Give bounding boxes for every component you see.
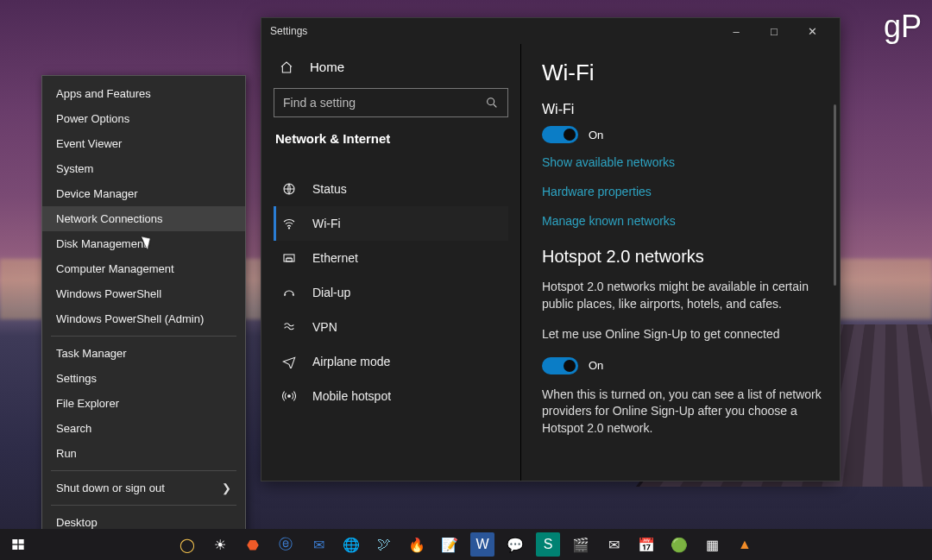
winx-item-label: Desktop xyxy=(56,516,98,529)
taskbar-burn-icon[interactable]: 🔥 xyxy=(405,532,429,557)
search-icon xyxy=(485,96,499,112)
winx-item-power-options[interactable]: Power Options xyxy=(42,106,245,131)
taskbar-dove-icon[interactable]: 🕊 xyxy=(372,532,396,557)
link-hardware-properties[interactable]: Hardware properties xyxy=(542,185,822,198)
winx-item-settings[interactable]: Settings xyxy=(42,366,245,391)
winx-item-label: Windows PowerShell (Admin) xyxy=(56,312,204,325)
dialup-icon xyxy=(281,286,297,299)
winx-item-computer-management[interactable]: Computer Management xyxy=(42,256,245,281)
settings-window: Settings – □ ✕ Home Find a setting xyxy=(261,17,841,481)
link-manage-networks[interactable]: Manage known networks xyxy=(542,214,822,228)
taskbar-sway-icon[interactable]: S xyxy=(536,532,560,557)
nav-home-label: Home xyxy=(310,60,344,74)
nav-item-vpn[interactable]: VPN xyxy=(274,310,508,344)
winx-item-apps-and-features[interactable]: Apps and Features xyxy=(42,81,245,106)
svg-rect-6 xyxy=(12,539,17,544)
svg-rect-7 xyxy=(19,539,24,544)
nav-item-dialup[interactable]: Dial-up xyxy=(274,275,508,310)
window-title: Settings xyxy=(270,25,717,37)
nav-item-home[interactable]: Home xyxy=(274,54,508,88)
settings-content: Wi-Fi Wi-Fi On Show available networks H… xyxy=(520,44,840,481)
taskbar-firefox-icon[interactable]: 🌐 xyxy=(339,532,363,557)
titlebar: Settings – □ ✕ xyxy=(261,18,840,44)
winx-item-label: Windows PowerShell xyxy=(56,287,161,300)
winx-item-file-explorer[interactable]: File Explorer xyxy=(42,391,245,416)
nav-item-ethernet[interactable]: Ethernet xyxy=(274,241,508,275)
link-show-available[interactable]: Show available networks xyxy=(542,155,822,169)
taskbar-sun-icon[interactable]: ☀ xyxy=(208,532,232,557)
signup-toggle[interactable] xyxy=(542,357,578,374)
winx-item-label: Disk Management xyxy=(56,237,147,250)
taskbar-calculator-icon[interactable]: ▦ xyxy=(700,532,724,557)
minimize-button[interactable]: – xyxy=(717,18,755,44)
winx-item-network-connections[interactable]: Network Connections xyxy=(42,206,245,231)
taskbar-mail-icon[interactable]: ✉ xyxy=(601,532,626,557)
watermark: gP xyxy=(884,9,922,45)
taskbar-vlc-icon[interactable]: ▲ xyxy=(733,532,757,557)
winx-item-label: System xyxy=(56,162,93,175)
nav-item-label: Mobile hotspot xyxy=(312,389,391,403)
search-placeholder: Find a setting xyxy=(283,96,356,110)
taskbar-word-icon[interactable]: W xyxy=(470,532,494,557)
nav-item-label: Ethernet xyxy=(312,251,358,265)
winx-item-label: File Explorer xyxy=(56,397,119,410)
svg-rect-4 xyxy=(287,259,293,261)
signup-label: Let me use Online Sign-Up to get connect… xyxy=(542,326,822,343)
nav-item-hotspot[interactable]: Mobile hotspot xyxy=(274,379,508,413)
winx-item-disk-management[interactable]: Disk Management xyxy=(42,231,245,256)
svg-rect-8 xyxy=(12,545,17,550)
winx-item-label: Run xyxy=(56,447,77,460)
taskbar-icons: ◯☀⬣ⓔ✉🌐🕊🔥📝W💬S🎬✉📅🟢▦▲ xyxy=(175,529,757,560)
taskbar-videos-icon[interactable]: 🎬 xyxy=(569,532,593,557)
winx-item-label: Power Options xyxy=(56,112,129,125)
hotspot-desc: Hotspot 2.0 networks might be available … xyxy=(542,279,822,312)
signup-desc: When this is turned on, you can see a li… xyxy=(542,387,822,437)
winx-item-run[interactable]: Run xyxy=(42,441,245,466)
winx-item-event-viewer[interactable]: Event Viewer xyxy=(42,131,245,156)
winx-item-label: Event Viewer xyxy=(56,137,122,150)
taskbar-frog-icon[interactable]: 🟢 xyxy=(667,532,691,557)
wifi-icon xyxy=(281,217,297,230)
maximize-button[interactable]: □ xyxy=(755,18,793,44)
winx-item-shut-down-or-sign-out[interactable]: Shut down or sign out❯ xyxy=(42,475,245,500)
close-button[interactable]: ✕ xyxy=(793,18,831,44)
nav-item-label: Airplane mode xyxy=(312,355,390,368)
taskbar-chrome-icon[interactable]: ◯ xyxy=(175,532,199,557)
winx-item-system[interactable]: System xyxy=(42,156,245,181)
svg-point-0 xyxy=(488,98,494,105)
ethernet-icon xyxy=(281,251,297,265)
search-input[interactable]: Find a setting xyxy=(274,88,508,117)
taskbar-calendar-icon[interactable]: 📅 xyxy=(634,532,658,557)
winx-item-search[interactable]: Search xyxy=(42,416,245,441)
taskbar-notes-icon[interactable]: 📝 xyxy=(438,532,462,557)
svg-rect-9 xyxy=(19,545,24,550)
nav-item-wifi[interactable]: Wi-Fi xyxy=(274,206,508,241)
taskbar-brave-icon[interactable]: ⬣ xyxy=(241,532,265,557)
winx-item-windows-powershell-admin-[interactable]: Windows PowerShell (Admin) xyxy=(42,306,245,331)
winx-item-device-manager[interactable]: Device Manager xyxy=(42,181,245,206)
winx-item-windows-powershell[interactable]: Windows PowerShell xyxy=(42,281,245,306)
winx-item-label: Search xyxy=(56,422,91,435)
svg-point-5 xyxy=(288,395,291,398)
winx-item-label: Settings xyxy=(56,372,97,385)
start-button[interactable] xyxy=(0,529,36,560)
nav-item-status[interactable]: Status xyxy=(274,172,508,206)
wifi-subheading: Wi-Fi xyxy=(542,102,822,117)
nav-item-label: Wi-Fi xyxy=(312,217,341,230)
taskbar-teams-icon[interactable]: 💬 xyxy=(503,532,527,557)
home-icon xyxy=(279,60,294,74)
taskbar-edge-icon[interactable]: ⓔ xyxy=(274,532,298,557)
status-icon xyxy=(281,182,297,196)
winx-item-task-manager[interactable]: Task Manager xyxy=(42,341,245,366)
scrollbar[interactable] xyxy=(834,104,836,286)
page-title: Wi-Fi xyxy=(542,60,822,86)
winx-item-label: Task Manager xyxy=(56,347,127,360)
vpn-icon xyxy=(281,320,297,334)
chevron-right-icon: ❯ xyxy=(222,481,231,494)
nav-item-airplane[interactable]: Airplane mode xyxy=(274,344,508,379)
taskbar-thunderbird-icon[interactable]: ✉ xyxy=(306,532,331,557)
desktop: gP Settings – □ ✕ Home Find a setting xyxy=(0,0,932,560)
wifi-toggle[interactable] xyxy=(542,126,578,143)
hotspot-heading: Hotspot 2.0 networks xyxy=(542,247,822,267)
winx-item-label: Apps and Features xyxy=(56,87,151,100)
